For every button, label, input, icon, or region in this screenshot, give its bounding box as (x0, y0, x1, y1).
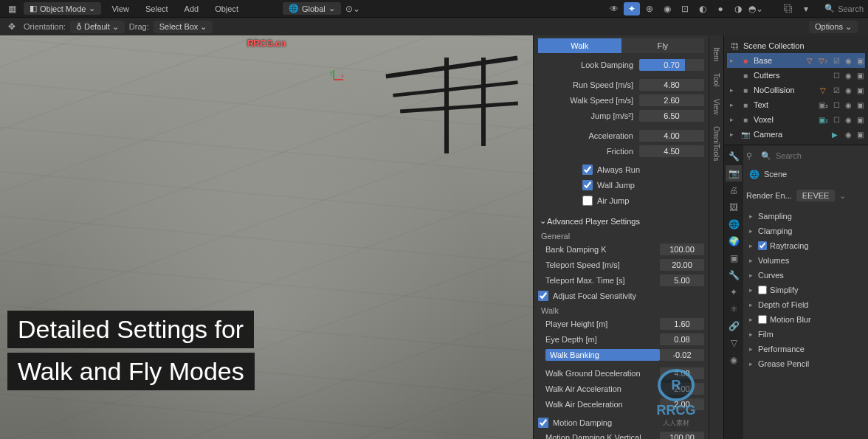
chevron-right-icon[interactable]: ▸ (730, 116, 737, 123)
menu-view[interactable]: View (106, 3, 135, 15)
tab-omnitools[interactable]: OmniTools (711, 120, 722, 167)
walk-speed-value[interactable]: 2.60 (639, 94, 704, 106)
tab-item[interactable]: Item (711, 41, 722, 67)
walk-air-decel-value[interactable]: 2.00 (660, 398, 704, 410)
section-checkbox[interactable] (758, 241, 767, 250)
advanced-player-header[interactable]: ⌄Advanced Player Settings (538, 213, 704, 229)
render-icon[interactable]: ▣ (855, 100, 865, 110)
scene-breadcrumb[interactable]: 🌐 Scene (746, 166, 865, 182)
props-search[interactable]: ⚲ 🔍 Search (746, 148, 865, 163)
eye-icon[interactable]: 👁 (606, 2, 622, 15)
tab-walk[interactable]: Walk (538, 38, 621, 53)
always-run-row[interactable]: Always Run (538, 162, 704, 176)
wireframe-icon[interactable]: ◐ (695, 2, 711, 15)
section-checkbox[interactable] (758, 286, 767, 294)
teleport-speed-value[interactable]: 20.00 (660, 259, 704, 271)
always-run-checkbox[interactable] (582, 165, 593, 175)
eye-icon[interactable]: ◉ (843, 70, 853, 80)
wall-jump-checkbox[interactable] (582, 180, 593, 190)
run-speed-value[interactable]: 4.80 (639, 79, 704, 91)
drag-dd[interactable]: Select Box ⌄ (154, 21, 213, 33)
look-damping-value[interactable]: 0.70 (639, 59, 704, 71)
3d-viewport[interactable]: xy RRCG.cn Detailed Settings for Walk an… (0, 35, 533, 439)
tree-row-camera[interactable]: ▸ 📷 Camera ▶ ◉▣ (727, 127, 865, 142)
render-icon[interactable]: ▣ (855, 85, 865, 95)
section-raytracing[interactable]: ▸Raytracing (746, 238, 865, 253)
section-checkbox[interactable] (758, 315, 767, 324)
ptab-data[interactable]: ▽ (726, 335, 742, 351)
cursor-icon[interactable]: ✥ (4, 20, 19, 33)
eye-icon[interactable]: ◉ (843, 55, 853, 66)
ptab-render[interactable]: 📷 (726, 165, 742, 182)
adjust-focal-checkbox[interactable] (538, 291, 548, 301)
section-grease-pencil[interactable]: ▸Grease Pencil (746, 356, 865, 371)
adjust-focal-row[interactable]: Adjust Focal Sensitivity (538, 288, 704, 303)
render-icon[interactable]: ▣ (855, 114, 865, 125)
snap-dropdown-icon[interactable]: ⊙⌄ (345, 2, 360, 15)
motion-damping-checkbox[interactable] (538, 418, 548, 428)
section-sampling[interactable]: ▸Sampling (746, 209, 865, 224)
tab-tool[interactable]: Tool (711, 67, 722, 92)
air-jump-checkbox[interactable] (582, 196, 593, 206)
pin-icon[interactable]: ⚲ (746, 151, 758, 161)
exclude-checkbox[interactable]: ☐ (831, 100, 841, 110)
section-performance[interactable]: ▸Performance (746, 342, 865, 356)
air-jump-row[interactable]: Air Jump (538, 193, 704, 207)
ptab-object[interactable]: ▣ (726, 250, 742, 266)
menu-select[interactable]: Select (140, 3, 174, 15)
exclude-checkbox[interactable]: ☑ (831, 85, 841, 95)
ptab-particle[interactable]: ✦ (726, 284, 742, 300)
ptab-constraint[interactable]: 🔗 (726, 318, 742, 334)
rendered-icon[interactable]: ◓⌄ (748, 2, 764, 15)
tree-row-nocollision[interactable]: ▸ ■ NoCollision ▽ ☑◉▣ (727, 83, 865, 97)
axis-gizmo[interactable]: xy (323, 69, 345, 91)
tree-row-base[interactable]: ▸ ■ Base ▽ ▽₇ ☑◉▣ (727, 53, 865, 68)
section-volumes[interactable]: ▸Volumes (746, 253, 865, 268)
acceleration-value[interactable]: 4.00 (639, 130, 704, 142)
xray-icon[interactable]: ⊡ (677, 2, 693, 15)
motion-damping-row[interactable]: Motion Damping (538, 415, 704, 430)
overlays-icon[interactable]: ◉ (659, 2, 675, 15)
eye-icon[interactable]: ◉ (843, 129, 853, 139)
exclude-checkbox[interactable]: ☑ (831, 55, 841, 66)
chevron-right-icon[interactable]: ▸ (730, 86, 737, 94)
ptab-output[interactable]: 🖨 (726, 182, 742, 198)
walk-banking-value[interactable]: -0.02 (660, 349, 704, 361)
section-clamping[interactable]: ▸Clamping (746, 224, 865, 238)
ptab-material[interactable]: ◉ (726, 352, 742, 368)
editor-type-icon[interactable]: ▦ (4, 2, 19, 15)
exclude-checkbox[interactable]: ☐ (831, 114, 841, 125)
ptab-modifier[interactable]: 🔧 (726, 267, 742, 283)
ptab-scene[interactable]: 🌐 (726, 216, 742, 232)
orientation-dropdown[interactable]: 🌐 Global ⌄ (283, 2, 341, 15)
render-icon[interactable]: ▣ (855, 129, 865, 139)
menu-add[interactable]: Add (179, 3, 205, 15)
friction-value[interactable]: 4.50 (639, 145, 704, 157)
chevron-right-icon[interactable]: ▸ (730, 57, 737, 64)
walk-ground-decel-value[interactable]: 4.00 (660, 367, 704, 379)
wall-jump-row[interactable]: Wall Jump (538, 178, 704, 192)
scene-collection-row[interactable]: ⿻ Scene Collection (727, 38, 865, 53)
section-depth-of-field[interactable]: ▸Depth of Field (746, 297, 865, 312)
ptab-viewlayer[interactable]: 🖼 (726, 199, 742, 215)
orientation-dd[interactable]: ♁ Default ⌄ (70, 21, 125, 33)
exclude-checkbox[interactable]: ☐ (831, 70, 841, 80)
tab-fly[interactable]: Fly (621, 38, 705, 53)
overlay-toggle[interactable]: ✦ (624, 2, 640, 15)
gizmo-icon[interactable]: ⊕ (641, 2, 658, 15)
section-motion-blur[interactable]: ▸Motion Blur (746, 312, 865, 327)
section-film[interactable]: ▸Film (746, 327, 865, 342)
walk-air-accel-value[interactable]: 2.00 (660, 383, 704, 395)
outliner-editor-icon[interactable]: ⿻ (780, 2, 796, 15)
options-button[interactable]: Options ⌄ (809, 21, 858, 33)
section-simplify[interactable]: ▸Simplify (746, 283, 865, 297)
motion-damping-v-value[interactable]: 100.00 (660, 432, 704, 440)
mode-dropdown[interactable]: ◧ Object Mode ⌄ (24, 2, 101, 15)
render-icon[interactable]: ▣ (855, 55, 865, 66)
jump-value[interactable]: 6.50 (639, 110, 704, 122)
section-curves[interactable]: ▸Curves (746, 268, 865, 283)
eye-icon[interactable]: ◉ (843, 114, 853, 125)
menu-object[interactable]: Object (209, 3, 244, 15)
render-engine-dropdown[interactable]: EEVEE (796, 190, 836, 201)
filter-icon[interactable]: ▾ (798, 2, 814, 15)
